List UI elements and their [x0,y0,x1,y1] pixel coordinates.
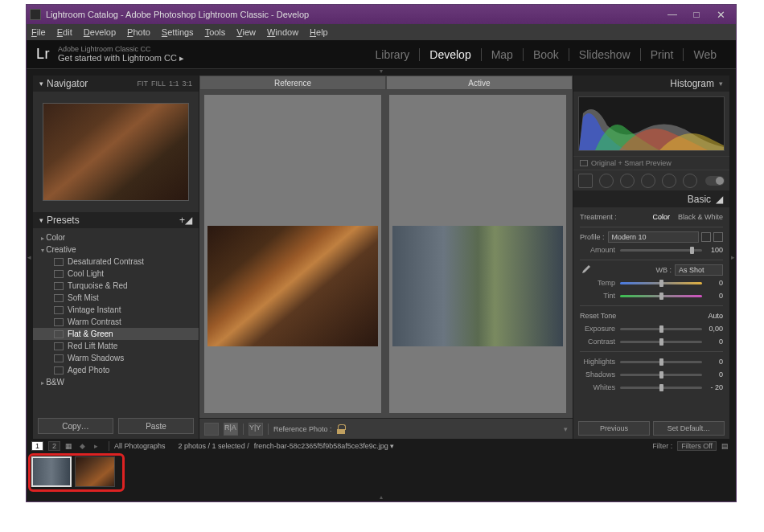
whites-slider[interactable] [620,387,702,389]
navigator-preview[interactable] [33,92,199,212]
menu-window[interactable]: Window [267,27,298,37]
filmstrip-source[interactable]: All Photographs [114,442,166,450]
histogram-panel[interactable] [573,92,729,156]
filmstrip[interactable] [27,453,736,495]
menu-file[interactable]: File [31,27,46,37]
preset-item[interactable]: Cool Light [33,268,199,280]
tab-active[interactable]: Active [386,76,573,90]
menu-tools[interactable]: Tools [205,27,226,37]
whites-value[interactable]: - 20 [702,383,723,391]
filmstrip-thumb[interactable] [75,456,115,487]
highlights-slider[interactable] [620,361,702,363]
preset-folder[interactable]: B&W [33,376,199,388]
histogram-header[interactable]: Histogram ▾ [573,76,729,92]
contrast-slider[interactable] [620,341,702,343]
prev-photo-icon[interactable]: ◆ [80,442,89,450]
collapse-right-icon[interactable]: ▸ [729,76,736,439]
shadows-value[interactable]: 0 [702,370,723,379]
profile-grid-icon[interactable] [713,232,723,242]
basic-header[interactable]: Basic ◢ [573,191,729,207]
next-photo-icon[interactable]: ▸ [94,442,104,450]
lock-icon[interactable] [337,424,347,434]
preset-item[interactable]: Aged Photo [33,364,199,376]
paste-button[interactable]: Paste [118,418,194,434]
crop-tool[interactable] [578,174,593,188]
presets-header[interactable]: ▾ Presets + ◢ [33,212,199,228]
active-view[interactable] [389,95,566,413]
grid-view-icon[interactable]: ▦ [65,442,75,450]
exposure-slider[interactable] [620,328,702,330]
preset-item[interactable]: Red Lift Matte [33,340,199,352]
menu-settings[interactable]: Settings [162,27,194,37]
module-slideshow[interactable]: Slideshow [569,48,641,61]
filmstrip-filename[interactable]: french-bar-58c2365f5f9b58af5ce3fe9c.jpg … [254,442,395,450]
shadows-slider[interactable] [620,374,702,376]
preset-item[interactable]: Vintage Instant [33,304,199,316]
monitor-2-button[interactable]: 2 [48,441,60,451]
treatment-bw[interactable]: Black & White [678,213,723,221]
module-print[interactable]: Print [641,48,684,61]
reset-tone-button[interactable]: Reset Tone [580,312,616,320]
module-develop[interactable]: Develop [420,48,481,61]
collapse-bottom-icon[interactable]: ▴ [27,495,736,501]
chevron-down-icon[interactable]: ◢ [185,215,192,226]
menu-edit[interactable]: Edit [57,27,72,37]
preset-item[interactable]: Warm Shadows [33,352,199,364]
menu-view[interactable]: View [236,27,256,37]
filter-select[interactable]: Filters Off [677,441,717,451]
preset-item[interactable]: Turquoise & Red [33,280,199,292]
adjustment-brush-tool[interactable] [683,174,697,188]
menu-photo[interactable]: Photo [127,27,150,37]
contrast-value[interactable]: 0 [702,338,723,346]
temp-value[interactable]: 0 [702,279,723,287]
add-preset-icon[interactable]: + [179,215,185,226]
amount-slider[interactable] [620,249,702,252]
spot-removal-tool[interactable] [599,174,614,188]
preset-item[interactable]: Flat & Green [33,328,199,340]
preset-folder[interactable]: Creative [33,243,199,256]
previous-button[interactable]: Previous [578,421,650,436]
titlebar[interactable]: Lightroom Catalog - Adobe Photoshop Ligh… [27,5,736,24]
radial-filter-tool[interactable] [662,174,676,188]
menu-help[interactable]: Help [310,27,328,37]
zoom-fill[interactable]: FILL [151,80,166,88]
tint-value[interactable]: 0 [702,292,723,300]
highlights-value[interactable]: 0 [702,358,723,366]
copy-button[interactable]: Copy… [38,418,113,434]
tint-slider[interactable] [620,295,702,297]
profile-browser-icon[interactable] [701,232,711,242]
preset-item[interactable]: Soft Mist [33,292,199,304]
panel-switch[interactable] [705,176,725,186]
module-book[interactable]: Book [524,48,569,61]
zoom-fit[interactable]: FIT [137,80,148,88]
module-web[interactable]: Web [684,48,726,61]
tab-reference[interactable]: Reference [199,76,386,90]
treatment-color[interactable]: Color [653,213,671,221]
auto-tone-button[interactable]: Auto [709,312,724,320]
filter-lock-icon[interactable]: ▤ [721,442,731,450]
get-started-link[interactable]: Get started with Lightroom CC ▸ [58,53,184,63]
eyedropper-icon[interactable] [580,264,591,276]
monitor-1-button[interactable]: 1 [31,441,43,451]
filmstrip-thumb[interactable] [31,456,72,487]
before-after-button[interactable]: Y|Y [249,423,263,436]
redeye-tool[interactable] [620,174,635,188]
menu-develop[interactable]: Develop [84,27,116,37]
zoom-1-1[interactable]: 1:1 [169,80,179,88]
module-map[interactable]: Map [482,48,524,61]
set-default-button[interactable]: Set Default… [653,421,725,436]
preset-item[interactable]: Desaturated Contrast [33,256,199,268]
navigator-header[interactable]: ▾ Navigator FITFILL1:13:1 [33,76,199,92]
minimize-button[interactable]: — [660,7,684,22]
collapse-left-icon[interactable]: ◂ [27,76,33,439]
chevron-down-icon[interactable]: ▾ [564,425,568,433]
collapse-top-icon[interactable]: ▾ [27,69,736,76]
maximize-button[interactable]: □ [684,7,709,22]
loupe-view-button[interactable] [204,423,219,436]
preset-folder[interactable]: Color [33,231,199,243]
reference-view-button[interactable]: R|A [224,423,238,436]
module-library[interactable]: Library [366,48,421,61]
wb-select[interactable]: As Shot [675,264,723,276]
close-button[interactable]: ✕ [709,7,733,22]
profile-select[interactable]: Modern 10 [608,231,700,243]
